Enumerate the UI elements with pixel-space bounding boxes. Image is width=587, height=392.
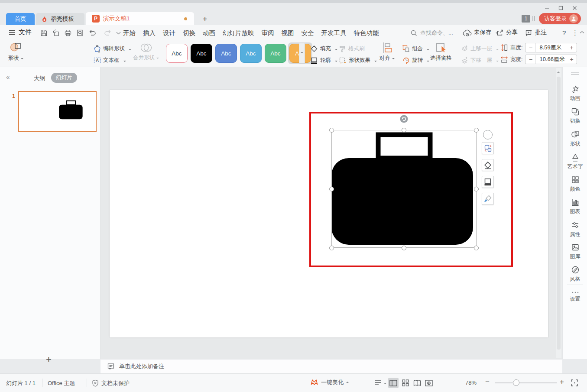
resize-handle-nw[interactable] bbox=[329, 128, 334, 133]
menu-insert[interactable]: 插入 bbox=[143, 29, 156, 37]
style-swatch-4[interactable]: Abc bbox=[239, 42, 263, 64]
menu-start[interactable]: 开始 bbox=[123, 29, 136, 37]
save-icon[interactable] bbox=[39, 28, 49, 38]
share-button[interactable]: 分享 bbox=[496, 29, 518, 36]
new-tab-button[interactable]: + bbox=[199, 13, 211, 25]
zoom-in-button[interactable]: + bbox=[560, 378, 564, 386]
menu-security[interactable]: 安全 bbox=[302, 29, 314, 37]
fit-to-window-button[interactable] bbox=[571, 379, 578, 386]
tab-template-store[interactable]: 稻壳模板 bbox=[36, 13, 84, 25]
slide-canvas[interactable]: − 单击此处添加备注 bbox=[101, 67, 562, 359]
rail-drag-handle-icon[interactable] bbox=[571, 72, 579, 75]
fill-button[interactable]: 填充 bbox=[310, 43, 337, 54]
height-input[interactable] bbox=[536, 43, 566, 52]
width-input[interactable] bbox=[536, 55, 566, 64]
find-command[interactable]: 查找命令、... bbox=[411, 29, 453, 37]
resize-handle-se[interactable] bbox=[474, 246, 479, 250]
quickbar-more-icon[interactable] bbox=[114, 28, 123, 38]
quick-style-brush-button[interactable] bbox=[482, 193, 494, 205]
comments-button[interactable]: 批注 bbox=[525, 29, 547, 36]
collapse-ribbon-icon[interactable] bbox=[580, 31, 584, 34]
help-button[interactable]: ? bbox=[562, 29, 566, 36]
rail-item-animation[interactable]: 动画 bbox=[563, 85, 587, 102]
print-icon[interactable] bbox=[63, 28, 73, 38]
outline-button[interactable]: 轮廓 bbox=[310, 55, 337, 65]
minimize-button[interactable] bbox=[541, 3, 552, 12]
width-increase-button[interactable]: + bbox=[566, 55, 577, 64]
menu-design[interactable]: 设计 bbox=[163, 29, 175, 37]
rail-item-transition[interactable]: 切换 bbox=[563, 107, 587, 125]
resize-handle-sw[interactable] bbox=[329, 246, 334, 250]
align-button[interactable]: 对齐 bbox=[375, 42, 399, 62]
view-slide-sorter-button[interactable] bbox=[400, 378, 411, 388]
menu-special-features[interactable]: 特色功能 bbox=[354, 29, 379, 37]
style-swatch-1[interactable]: Abc bbox=[165, 42, 189, 64]
selection-pane-button[interactable]: 选择窗格 bbox=[427, 42, 455, 62]
protection-status[interactable]: 文档未保护 bbox=[101, 379, 130, 387]
save-status-button[interactable]: 未保存 bbox=[463, 29, 498, 36]
collapse-panel-button[interactable]: « bbox=[6, 73, 10, 81]
close-button[interactable] bbox=[569, 3, 580, 12]
menu-developer[interactable]: 开发工具 bbox=[321, 29, 347, 37]
rail-item-colors[interactable]: 颜色 bbox=[563, 175, 587, 193]
style-swatch-3[interactable]: Abc bbox=[214, 42, 238, 64]
tab-current-document[interactable]: P 演示文稿1 bbox=[86, 12, 194, 25]
file-menu[interactable]: 文件 bbox=[9, 28, 32, 36]
height-decrease-button[interactable]: − bbox=[525, 43, 536, 52]
tab-list-handle-icon[interactable] bbox=[532, 16, 535, 22]
resize-handle-w[interactable] bbox=[329, 187, 334, 191]
theme-name[interactable]: Office 主题 bbox=[48, 379, 75, 387]
view-presenter-button[interactable] bbox=[424, 378, 434, 388]
view-reading-button[interactable] bbox=[412, 378, 422, 388]
zoom-slider-knob[interactable] bbox=[513, 379, 519, 386]
edit-shape-button[interactable]: 编辑形状 bbox=[94, 43, 131, 54]
style-gallery-more-button[interactable] bbox=[299, 43, 305, 64]
tab-slides-active[interactable]: 幻灯片 bbox=[51, 73, 77, 83]
notes-toggle-button[interactable] bbox=[374, 380, 386, 386]
rail-item-wordart[interactable]: 艺术字 bbox=[563, 153, 587, 170]
width-decrease-button[interactable]: − bbox=[525, 55, 536, 64]
menu-review[interactable]: 审阅 bbox=[262, 29, 274, 37]
beautify-button[interactable]: 一键美化 bbox=[310, 378, 349, 386]
height-increase-button[interactable]: + bbox=[566, 43, 577, 52]
tab-home[interactable]: 首页 bbox=[6, 13, 35, 25]
view-normal-button[interactable] bbox=[388, 378, 399, 388]
style-swatch-2[interactable]: Abc bbox=[189, 42, 214, 64]
slide-thumbnail-1[interactable] bbox=[18, 91, 97, 132]
rail-item-settings[interactable]: 设置 bbox=[563, 291, 587, 303]
replace-shape-button[interactable] bbox=[482, 142, 494, 154]
rail-item-gallery[interactable]: 图库 bbox=[563, 243, 587, 260]
resize-handle-ne[interactable] bbox=[474, 128, 479, 133]
canvas-scrollbar-thumb[interactable] bbox=[557, 77, 561, 350]
zoom-level[interactable]: 78% bbox=[465, 379, 477, 386]
add-slide-button[interactable]: + bbox=[46, 354, 52, 365]
zoom-slider-track[interactable] bbox=[495, 382, 557, 383]
resize-handle-s[interactable] bbox=[402, 246, 406, 250]
rotate-handle[interactable] bbox=[400, 115, 408, 123]
rail-item-charts[interactable]: 图表 bbox=[563, 198, 587, 215]
undo-icon[interactable] bbox=[88, 28, 97, 38]
rotate-button[interactable]: 旋转 bbox=[402, 55, 429, 65]
quick-outline-button[interactable] bbox=[482, 176, 494, 188]
style-swatch-5[interactable]: Abc bbox=[263, 42, 288, 64]
more-menu-button[interactable]: ⋮ bbox=[572, 29, 578, 37]
zoom-out-button[interactable]: − bbox=[485, 378, 490, 386]
notes-bar[interactable]: 单击此处添加备注 bbox=[101, 359, 562, 373]
menu-slideshow[interactable]: 幻灯片放映 bbox=[223, 29, 254, 37]
print-preview-icon[interactable] bbox=[75, 28, 85, 38]
guest-login-button[interactable]: 访客登录 bbox=[539, 13, 581, 24]
maximize-button[interactable] bbox=[555, 3, 566, 12]
shapes-button[interactable]: 形状 bbox=[4, 42, 27, 62]
rail-item-style[interactable]: 风格 bbox=[563, 266, 587, 283]
menu-transition[interactable]: 切换 bbox=[183, 29, 195, 37]
menu-view[interactable]: 视图 bbox=[282, 29, 294, 37]
collapse-quick-toolbar-button[interactable]: − bbox=[483, 130, 493, 139]
resize-handle-e[interactable] bbox=[474, 187, 479, 191]
rail-item-shapes[interactable]: 形状 bbox=[563, 130, 587, 148]
export-icon[interactable] bbox=[51, 28, 61, 38]
canvas-scrollbar[interactable] bbox=[556, 68, 561, 358]
text-box-button[interactable]: A 文本框 bbox=[94, 55, 126, 65]
rail-item-properties[interactable]: 属性 bbox=[563, 221, 587, 238]
tab-outline[interactable]: 大纲 bbox=[34, 75, 45, 82]
group-button[interactable]: 组合 bbox=[402, 43, 429, 54]
